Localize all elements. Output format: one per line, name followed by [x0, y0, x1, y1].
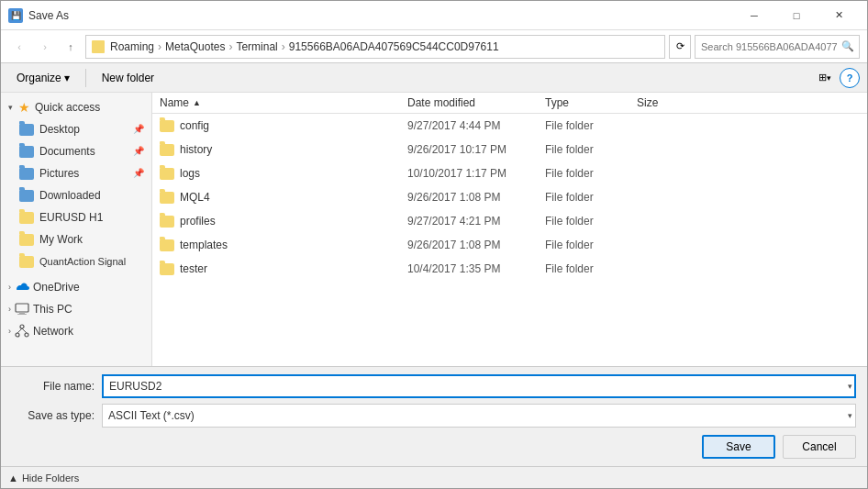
filename-label: File name:: [12, 380, 95, 393]
file-folder-icon: [160, 192, 174, 204]
file-folder-icon: [160, 263, 174, 275]
sidebar-item-quantaction[interactable]: QuantAction Signal: [1, 250, 151, 272]
save-button[interactable]: Save: [702, 435, 775, 459]
file-name: tester: [180, 262, 207, 275]
file-rows-container: config 9/27/2017 4:44 PM File folder his…: [152, 114, 867, 281]
search-wrapper: 🔍: [695, 35, 860, 59]
sidebar-item-this-pc[interactable]: › This PC: [1, 298, 151, 320]
star-icon: ★: [17, 100, 31, 115]
table-row[interactable]: templates 9/26/2017 1:08 PM File folder: [152, 233, 867, 257]
filetype-select[interactable]: ASCII Text (*.csv)CSV (*.csv)Text (*.txt…: [102, 404, 856, 428]
filename-input[interactable]: [102, 374, 856, 398]
file-type: File folder: [545, 215, 637, 228]
file-name: config: [180, 119, 209, 132]
search-icon: 🔍: [841, 40, 854, 52]
organize-label: Organize: [17, 72, 61, 84]
new-folder-button[interactable]: New folder: [94, 68, 162, 88]
hide-folders-button[interactable]: ▲ Hide Folders: [8, 472, 79, 483]
title-bar: 💾 Save As ─ □ ✕: [1, 1, 867, 30]
desktop-folder-icon: [19, 124, 34, 136]
svg-point-4: [16, 333, 19, 337]
sidebar-item-quick-access[interactable]: ▾ ★ Quick access: [1, 96, 151, 118]
network-label: Network: [33, 325, 73, 338]
view-arrow: ▾: [827, 73, 831, 83]
filename-row: File name: ▾: [12, 374, 856, 398]
file-date: 9/26/2017 10:17 PM: [407, 143, 545, 156]
svg-rect-2: [17, 314, 27, 315]
close-button[interactable]: ✕: [818, 1, 860, 30]
sidebar-item-my-work[interactable]: My Work: [1, 228, 151, 250]
table-row[interactable]: logs 10/10/2017 1:17 PM File folder: [152, 161, 867, 185]
sidebar-item-eurusd[interactable]: EURUSD H1: [1, 206, 151, 228]
downloaded-label: Downloaded: [39, 189, 101, 202]
up-button[interactable]: ↑: [60, 36, 82, 58]
minimize-button[interactable]: ─: [733, 1, 775, 30]
filetype-row: Save as type: ASCII Text (*.csv)CSV (*.c…: [12, 404, 856, 428]
table-row[interactable]: MQL4 9/26/2017 1:08 PM File folder: [152, 185, 867, 209]
organize-button[interactable]: Organize ▾: [8, 68, 78, 88]
address-path-bar[interactable]: Roaming › MetaQuotes › Terminal › 915566…: [85, 35, 665, 59]
main-content: ▾ ★ Quick access Desktop 📌 Documents 📌 P…: [1, 93, 867, 366]
column-size[interactable]: Size: [637, 96, 710, 109]
svg-rect-1: [19, 312, 25, 314]
path-part-roaming: Roaming: [110, 40, 154, 53]
file-type: File folder: [545, 119, 637, 132]
organize-arrow: ▾: [64, 72, 70, 84]
back-button[interactable]: ‹: [8, 36, 30, 58]
sidebar-item-desktop[interactable]: Desktop 📌: [1, 118, 151, 140]
pc-icon: [15, 302, 29, 317]
filetype-label: Save as type:: [12, 409, 95, 422]
file-folder-icon: [160, 239, 174, 251]
svg-rect-0: [16, 304, 28, 312]
table-row[interactable]: tester 10/4/2017 1:35 PM File folder: [152, 257, 867, 281]
table-row[interactable]: history 9/26/2017 10:17 PM File folder: [152, 138, 867, 161]
sidebar-item-downloaded[interactable]: Downloaded: [1, 184, 151, 206]
sidebar: ▾ ★ Quick access Desktop 📌 Documents 📌 P…: [1, 93, 152, 366]
table-row[interactable]: profiles 9/27/2017 4:21 PM File folder: [152, 209, 867, 233]
downloaded-folder-icon: [19, 190, 34, 202]
file-type: File folder: [545, 143, 637, 156]
pictures-folder-icon: [19, 168, 34, 180]
sidebar-item-onedrive[interactable]: › OneDrive: [1, 276, 151, 298]
file-date: 9/26/2017 1:08 PM: [407, 191, 545, 204]
my-work-label: My Work: [39, 233, 83, 246]
my-work-folder-icon: [19, 234, 34, 246]
path-part-terminal: Terminal: [236, 40, 277, 53]
search-input[interactable]: [695, 35, 860, 59]
file-type: File folder: [545, 191, 637, 204]
column-type[interactable]: Type: [545, 96, 637, 109]
file-date: 9/27/2017 4:21 PM: [407, 215, 545, 228]
file-folder-icon: [160, 144, 174, 156]
sidebar-item-documents[interactable]: Documents 📌: [1, 140, 151, 162]
column-date[interactable]: Date modified: [407, 96, 545, 109]
file-date: 9/27/2017 4:44 PM: [407, 119, 545, 132]
filename-input-wrapper: ▾: [102, 374, 856, 398]
help-button[interactable]: ?: [840, 68, 860, 88]
cancel-button[interactable]: Cancel: [783, 435, 856, 459]
toolbar: Organize ▾ New folder ⊞ ▾ ?: [1, 63, 867, 93]
new-folder-label: New folder: [102, 72, 154, 84]
window-controls: ─ □ ✕: [733, 1, 860, 30]
forward-button[interactable]: ›: [34, 36, 56, 58]
onedrive-icon: [15, 280, 29, 295]
eurusd-folder-icon: [19, 212, 34, 224]
sidebar-item-pictures[interactable]: Pictures 📌: [1, 162, 151, 184]
column-name[interactable]: Name ▲: [160, 96, 407, 109]
sidebar-item-network[interactable]: › Network: [1, 320, 151, 342]
file-name: MQL4: [180, 191, 210, 204]
hide-folders-bar: ▲ Hide Folders: [1, 466, 867, 488]
maximize-button[interactable]: □: [775, 1, 818, 30]
table-row[interactable]: config 9/27/2017 4:44 PM File folder: [152, 114, 867, 138]
file-name: history: [180, 143, 212, 156]
hide-folders-label: Hide Folders: [22, 472, 79, 483]
desktop-label: Desktop: [39, 123, 80, 136]
view-button[interactable]: ⊞ ▾: [814, 68, 836, 88]
network-arrow: ›: [8, 327, 11, 336]
onedrive-label: OneDrive: [33, 281, 80, 294]
network-icon: [15, 324, 29, 339]
file-type: File folder: [545, 239, 637, 251]
eurusd-label: EURUSD H1: [39, 211, 103, 224]
file-date: 10/4/2017 1:35 PM: [407, 262, 545, 275]
file-folder-icon: [160, 216, 174, 228]
refresh-button[interactable]: ⟳: [669, 35, 691, 59]
